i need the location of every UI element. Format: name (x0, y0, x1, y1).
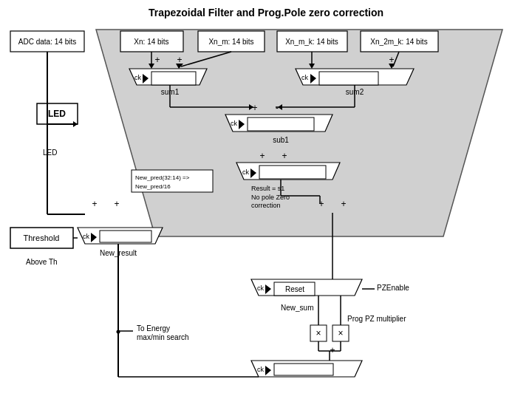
plus-sub1-out1: + (259, 151, 265, 161)
xn-mk-label: Xn_m_k: 14 bits (285, 38, 338, 46)
diagram-title: Trapezoidal Filter and Prog.Pole zero co… (149, 7, 383, 18)
clk7-label: ck (257, 366, 265, 373)
max-min-label: max/min search (137, 333, 189, 341)
sub1-label: sub1 (273, 136, 289, 144)
clk3-label: ck (231, 120, 238, 127)
reg7-box (274, 364, 333, 375)
adc-label: ADC data: 14 bits (18, 38, 76, 46)
plus-sub1-out2: + (282, 151, 287, 161)
reg4-box (259, 166, 326, 179)
minus-sub1: - (276, 103, 279, 113)
clk5-label: ck (83, 233, 90, 240)
reg3-box (248, 117, 314, 131)
to-energy-label: To Energy (137, 324, 170, 332)
threshold-label: Threshold (24, 233, 60, 242)
reg5-box (100, 231, 151, 242)
mult1-symbol: × (316, 328, 321, 338)
new-pred-label2: New_pred/16 (135, 183, 171, 190)
led2-label: LED (43, 149, 57, 157)
clk6-label: ck (257, 284, 265, 292)
plus2: + (177, 55, 182, 65)
above-th-label: Above Th (26, 258, 58, 266)
plus3: + (389, 55, 394, 65)
no-pole-label: No pole Zero (251, 194, 290, 201)
xn-2mk-label: Xn_2m_k: 14 bits (370, 38, 427, 46)
prog-pz-label: Prog PZ multiplier (347, 315, 406, 323)
correction-label: correction (251, 202, 281, 209)
plus-mult: + (330, 345, 335, 355)
plus1: + (154, 55, 160, 65)
diagram-canvas: Trapezoidal Filter and Prog.Pole zero co… (0, 0, 532, 399)
plus-acc1: + (92, 199, 97, 209)
new-pred-label: New_pred(32:14) => (135, 174, 190, 181)
pzenable-label: PZEnable (377, 284, 409, 292)
reg1-box (151, 72, 196, 85)
result-label: Result = s1 (251, 185, 284, 192)
dot-energy (117, 330, 120, 334)
plus-sub1: + (252, 103, 257, 113)
plus-res2: + (341, 199, 346, 209)
new-sum-label: New_sum (281, 304, 313, 312)
clk1-label: ck (134, 74, 142, 81)
reset-label: Reset (285, 285, 304, 293)
clk4-label: ck (242, 168, 250, 176)
xn-label: Xn: 14 bits (134, 38, 168, 46)
led-label: LED (48, 109, 66, 119)
clk2-label: ck (301, 74, 309, 81)
xn-m-label: Xn_m: 14 bits (208, 38, 253, 46)
mult2-symbol: × (338, 328, 343, 338)
reg2-box (319, 72, 378, 85)
plus-acc2: + (114, 199, 119, 209)
